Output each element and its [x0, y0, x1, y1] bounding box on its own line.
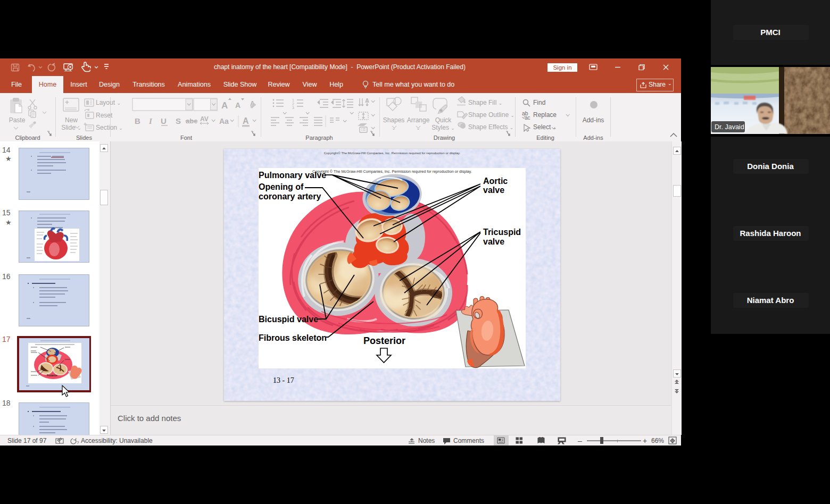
- svg-text:Posterior: Posterior: [363, 335, 405, 346]
- svg-text:1: 1: [292, 98, 294, 102]
- svg-text:Pulmonary valve: Pulmonary valve: [259, 171, 326, 180]
- svg-text:Aa: Aa: [219, 117, 229, 125]
- svg-text:ac: ac: [525, 115, 530, 121]
- svg-text:S: S: [176, 116, 181, 125]
- svg-text:valve: valve: [483, 186, 504, 195]
- svg-text:Bicuspid valve: Bicuspid valve: [259, 315, 318, 324]
- svg-text:Copyright © The McGraw-Hill Co: Copyright © The McGraw-Hill Companies, I…: [312, 169, 472, 174]
- svg-text:I: I: [148, 117, 153, 125]
- svg-text:Copyright© The McGraw-Hill Com: Copyright© The McGraw-Hill Companies, In…: [324, 151, 461, 155]
- svg-text:B: B: [135, 116, 140, 125]
- svg-text:A: A: [221, 100, 228, 111]
- svg-text:Posterior: Posterior: [47, 374, 57, 377]
- svg-text:Fibrous skeleton: Fibrous skeleton: [259, 333, 327, 342]
- svg-text:A: A: [235, 101, 240, 110]
- svg-text:A: A: [243, 116, 249, 125]
- svg-text:3: 3: [292, 106, 294, 110]
- svg-text:2: 2: [292, 102, 294, 106]
- svg-text:coronary artery: coronary artery: [259, 192, 321, 201]
- svg-text:U: U: [161, 116, 167, 125]
- svg-text:?: ?: [77, 440, 79, 445]
- svg-text:13 - 17: 13 - 17: [273, 376, 294, 384]
- svg-text:AV: AV: [200, 115, 209, 123]
- svg-text:Dr. Javaid: Dr. Javaid: [715, 123, 744, 131]
- svg-text:Opening of: Opening of: [259, 182, 304, 191]
- svg-text:valve: valve: [483, 237, 504, 246]
- svg-text:Aortic: Aortic: [483, 177, 508, 186]
- svg-text:Tricuspid: Tricuspid: [483, 228, 521, 237]
